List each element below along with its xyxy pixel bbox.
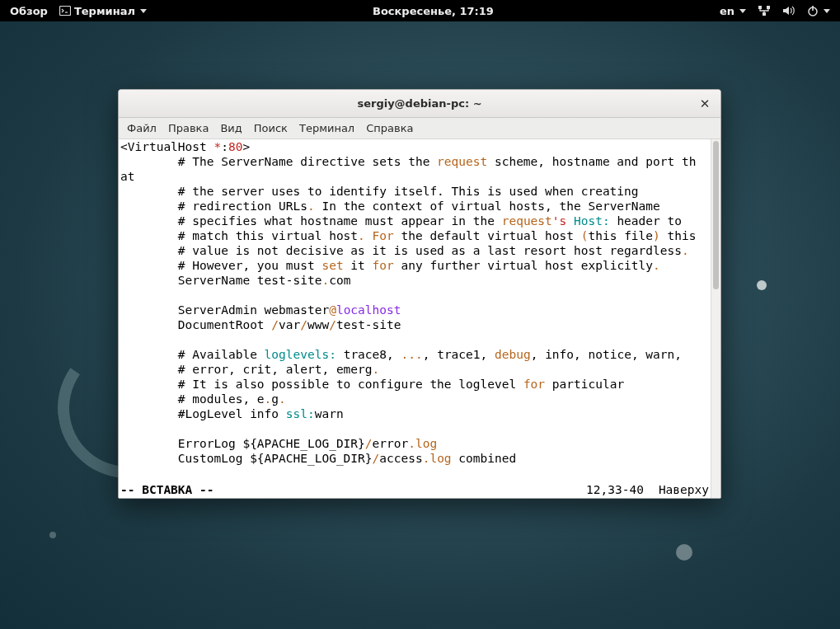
vim-scroll-pos: Наверху (659, 483, 709, 496)
menu-terminal[interactable]: Терминал (299, 122, 354, 134)
volume-indicator[interactable] (779, 5, 799, 16)
input-source-indicator[interactable]: en (716, 5, 749, 17)
chevron-down-icon (739, 9, 746, 13)
scrollbar[interactable] (711, 139, 720, 498)
svg-rect-2 (767, 6, 770, 9)
vim-statusline: -- ВСТАВКА -- 12,33-40 Наверху (120, 483, 709, 496)
svg-rect-5 (812, 6, 814, 11)
terminal-menubar: Файл Правка Вид Поиск Терминал Справка (119, 118, 720, 139)
svg-rect-1 (758, 6, 762, 9)
terminal-text: <VirtualHost *:80> # The ServerName dire… (120, 139, 709, 498)
terminal-window: sergiy@debian-pc: ~ ✕ Файл Правка Вид По… (118, 89, 721, 499)
activities-label: Обзор (10, 5, 48, 17)
window-titlebar[interactable]: sergiy@debian-pc: ~ ✕ (119, 90, 720, 118)
terminal-viewport[interactable]: <VirtualHost *:80> # The ServerName dire… (119, 139, 720, 498)
menu-file[interactable]: Файл (127, 122, 157, 134)
power-icon (807, 5, 819, 16)
power-indicator[interactable] (804, 5, 833, 16)
wallpaper-dot (757, 280, 767, 290)
volume-icon (782, 5, 795, 16)
app-menu[interactable]: Терминал (56, 5, 150, 17)
scrollbar-thumb[interactable] (713, 141, 719, 289)
svg-rect-3 (763, 12, 766, 16)
chevron-down-icon (824, 9, 830, 13)
app-menu-label: Терминал (74, 5, 135, 17)
wallpaper-dot (49, 532, 56, 538)
activities-button[interactable]: Обзор (7, 5, 51, 17)
window-close-button[interactable]: ✕ (697, 96, 712, 111)
menu-search[interactable]: Поиск (254, 122, 288, 134)
window-title: sergiy@debian-pc: ~ (357, 97, 481, 110)
menu-help[interactable]: Справка (366, 122, 413, 134)
vim-mode: -- ВСТАВКА -- (120, 483, 214, 496)
menu-edit[interactable]: Правка (168, 122, 209, 134)
network-indicator[interactable] (754, 5, 774, 16)
close-icon: ✕ (700, 96, 711, 111)
clock[interactable]: Воскресенье, 17:19 (150, 5, 716, 17)
network-wired-icon (758, 5, 771, 16)
vim-cursor-pos: 12,33-40 (586, 483, 659, 496)
chevron-down-icon (140, 9, 147, 13)
wallpaper-dot (676, 544, 692, 561)
menu-view[interactable]: Вид (220, 122, 242, 134)
input-source-label: en (720, 5, 734, 17)
svg-rect-0 (59, 7, 70, 16)
gnome-topbar: Обзор Терминал Воскресенье, 17:19 en (0, 0, 840, 21)
terminal-icon (59, 5, 71, 16)
